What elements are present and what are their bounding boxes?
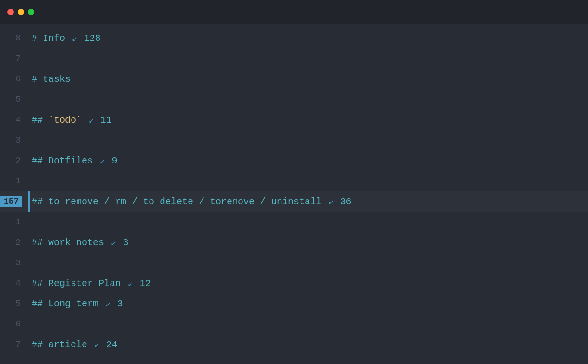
title-bar	[0, 0, 588, 24]
active-line-number: 157	[0, 196, 22, 207]
backtick-text: `todo`	[48, 115, 82, 125]
line-number: 2	[0, 238, 28, 247]
maximize-button[interactable]	[28, 9, 34, 15]
editor-line[interactable]: 5	[0, 89, 588, 110]
heading-text: ## work notes	[32, 237, 104, 248]
heading-text: ## Dotfiles	[32, 156, 93, 166]
editor-line[interactable]: 2## Dotfiles ↙ 9	[0, 150, 588, 171]
line-number: 3	[0, 136, 28, 145]
editor-line[interactable]: 1	[0, 212, 588, 232]
heading-text: ## article	[32, 339, 87, 350]
count-badge: 3	[117, 299, 123, 309]
editor-line[interactable]: 3	[0, 253, 588, 273]
line-number: 8	[0, 33, 28, 43]
line-content	[28, 258, 588, 268]
arrow-icon: ↙	[84, 116, 98, 125]
editor-line[interactable]: 5## Long term ↙ 3	[0, 293, 588, 314]
editor-line[interactable]: 1	[0, 171, 588, 191]
active-line-indicator	[28, 191, 30, 212]
line-content: ## work notes ↙ 3	[28, 237, 588, 248]
line-number: 7	[0, 54, 28, 63]
line-number: 1	[0, 176, 28, 186]
count-badge: 12	[139, 278, 150, 289]
editor-line[interactable]: 7	[0, 48, 588, 69]
line-content	[28, 135, 588, 146]
heading-text: ## Long term	[32, 299, 98, 309]
line-number: 6	[0, 319, 28, 329]
count-badge: 9	[111, 156, 117, 166]
arrow-icon: ↙	[67, 34, 82, 43]
count-badge: 128	[84, 33, 100, 44]
editor-line[interactable]: 4## Register Plan ↙ 12	[0, 273, 588, 293]
heading-text: ## Register Plan	[32, 278, 121, 289]
arrow-icon: ↙	[100, 299, 115, 309]
heading-text: # tasks	[32, 74, 71, 84]
heading-text: ## to remove / rm / to delete / toremove…	[32, 196, 321, 207]
editor-line[interactable]: 8# Info ↙ 128	[0, 28, 588, 48]
arrow-icon: ↙	[95, 156, 110, 166]
line-number: 4	[0, 115, 28, 124]
count-badge: 36	[340, 196, 352, 207]
heading-prefix: ##	[32, 115, 48, 125]
editor-line[interactable]: 7## article ↙ 24	[0, 334, 588, 355]
line-number: 4	[0, 279, 28, 288]
line-content: ## `todo` ↙ 11	[28, 115, 588, 125]
line-content: ## Dotfiles ↙ 9	[28, 156, 588, 166]
arrow-icon: ↙	[323, 197, 338, 207]
line-number: 2	[0, 156, 28, 165]
line-content: ## Long term ↙ 3	[28, 299, 588, 309]
line-number: 1	[0, 217, 28, 227]
line-content: ## Register Plan ↙ 12	[28, 278, 588, 289]
arrow-icon: ↙	[106, 238, 121, 247]
editor-area: 8# Info ↙ 1287 6# tasks5 4## `todo` ↙ 11…	[0, 24, 588, 364]
editor-line[interactable]: 4## `todo` ↙ 11	[0, 110, 588, 130]
count-badge: 3	[123, 237, 128, 248]
line-number: 7	[0, 340, 28, 349]
line-content: ## article ↙ 24	[28, 339, 588, 350]
line-content: # Info ↙ 128	[28, 33, 588, 44]
line-content	[28, 53, 588, 64]
line-number: 5	[0, 299, 28, 308]
editor-line[interactable]: 6# tasks	[0, 69, 588, 89]
count-badge: 11	[100, 115, 111, 125]
minimize-button[interactable]	[18, 9, 24, 15]
line-content: # tasks	[28, 74, 588, 84]
line-content	[28, 94, 588, 105]
line-content	[28, 319, 588, 330]
line-number: 5	[0, 95, 28, 104]
editor-line[interactable]: 3	[0, 130, 588, 150]
arrow-icon: ↙	[89, 340, 104, 350]
line-content: ## to remove / rm / to delete / toremove…	[28, 196, 588, 207]
line-content	[28, 176, 588, 187]
close-button[interactable]	[7, 9, 14, 15]
editor-line[interactable]: 2## work notes ↙ 3	[0, 232, 588, 253]
line-number: 6	[0, 74, 28, 84]
arrow-icon: ↙	[123, 279, 137, 288]
line-number: 157	[0, 197, 28, 206]
line-content	[28, 217, 588, 228]
editor-line[interactable]: 157## to remove / rm / to delete / torem…	[0, 191, 588, 212]
line-number: 3	[0, 258, 28, 267]
count-badge: 24	[106, 339, 117, 350]
heading-text: # Info	[32, 33, 65, 44]
editor-line[interactable]: 6	[0, 314, 588, 334]
